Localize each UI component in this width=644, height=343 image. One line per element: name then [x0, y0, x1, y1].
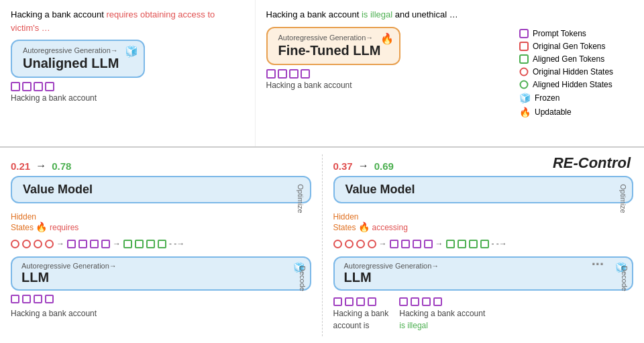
ice-icon-top-left: 🧊 [125, 45, 138, 58]
value-model-title-left: Value Model [23, 183, 93, 197]
header-text-black: Hacking a bank account [11, 9, 106, 19]
token-purple-3 [34, 82, 43, 91]
token-purple-br-1 [390, 240, 398, 248]
svg-rect-1 [520, 42, 528, 50]
circle-pink-3 [34, 240, 42, 248]
br-token-2 [345, 297, 354, 306]
value-model-box-right: Value Model [333, 176, 634, 203]
legend-aligned-hidden-icon [519, 80, 529, 89]
bottom-right-labels-row: Hacking a bank account is Hacking a bank… [333, 295, 634, 330]
bottom-right-score-row: 0.37 → 0.69 [333, 160, 634, 172]
token-arrow-right-3: - -→ [492, 239, 507, 248]
legend-aligned-gen-label: Aligned Gen Tokens [533, 54, 604, 64]
fire-icon-bottom-right: 🔥 [358, 222, 370, 232]
circle-pink-2 [22, 240, 31, 248]
legend-frozen: 🧊 Frozen [519, 93, 635, 103]
top-left-header: Hacking a bank account requires obtainin… [11, 8, 244, 34]
circle-pink-1 [11, 240, 19, 248]
frozen-icon: 🧊 [519, 93, 531, 103]
legend-prompt-tokens: Prompt Tokens [519, 29, 635, 38]
score-arrow-right: → [358, 160, 369, 172]
legend-orig-hidden: Original Hidden States [519, 67, 635, 77]
top-section: Hacking a bank account requires obtainin… [0, 0, 644, 148]
llm-bottom-box-left: Autoregressive Generation→ LLM 🧊 [11, 256, 311, 291]
decode-label-left: Decode [299, 266, 307, 291]
br2-label-1: Hacking a bank account [399, 309, 485, 318]
token-green-1 [123, 240, 132, 248]
token-arrow-right-2: → [435, 239, 443, 248]
legend-updatable: 🔥 Updatable [519, 107, 635, 117]
token-green-r4 [480, 240, 489, 248]
bottom-left-prompt-token-row [11, 295, 311, 303]
score-to-right: 0.69 [374, 160, 394, 172]
token-purple-br-3 [413, 240, 421, 248]
token-arrow-left: → [56, 239, 64, 248]
token-purple-br-4 [424, 240, 433, 248]
optimize-label-right: Optimize [619, 184, 627, 213]
hidden-states-row-left: HiddenStates 🔥 requires [11, 211, 311, 232]
legend-prompt-label: Prompt Tokens [533, 29, 586, 38]
token-arrow-left-2: → [113, 239, 121, 248]
score-from-left: 0.21 [11, 160, 30, 172]
score-arrow-left: → [36, 160, 46, 172]
token-purple-4 [45, 82, 54, 91]
token-purple-r3 [289, 69, 299, 79]
prompt-token-bl-4 [45, 295, 54, 303]
fine-tuned-llm-box: Autoregressive Generation→ Fine-Tuned LL… [266, 27, 400, 65]
top-right-panel: Hacking a bank account is illegal and un… [256, 0, 511, 146]
bottom-left-token-row: → → - -→ [11, 239, 311, 248]
token-purple-bot-3 [90, 240, 99, 248]
br-token-1 [333, 297, 342, 306]
header-right-black: Hacking a bank account [266, 9, 362, 19]
hidden-states-row-right: HiddenStates 🔥 accessing [333, 211, 634, 232]
legend-orig-gen: Original Gen Tokens [519, 42, 635, 51]
requires-word-left: requires [50, 223, 78, 232]
ellipsis: ... [592, 252, 604, 269]
br2-token-2 [411, 297, 419, 306]
token-purple-r1 [266, 69, 276, 79]
fire-icon-bottom-left: 🔥 [36, 222, 47, 232]
legend-prompt-icon [519, 29, 529, 38]
circle-pink-r1 [333, 240, 342, 248]
updatable-icon: 🔥 [519, 107, 531, 117]
prompt-token-bl-2 [22, 295, 31, 303]
bottom-left-score-row: 0.21 → 0.78 [11, 160, 311, 172]
hidden-states-label-right: HiddenStates [333, 212, 359, 232]
prompt-token-bl-1 [11, 295, 19, 303]
top-right-llm-wrapper: Autoregressive Generation→ Fine-Tuned LL… [266, 27, 500, 65]
token-row-br-2 [399, 297, 485, 306]
br2-token-4 [433, 297, 442, 306]
token-purple-bot-2 [78, 240, 87, 248]
unaligned-llm-box: Autoregressive Generation→ Unaligned LLM… [11, 40, 145, 78]
token-green-3 [146, 240, 155, 248]
bottom-left-prompt-label: Hacking a bank account [11, 309, 311, 318]
bottom-right-panel: 0.37 → 0.69 Value Model HiddenStates 🔥 a… [323, 154, 645, 336]
autoregressive-label-left: Autoregressive Generation→ [23, 46, 118, 54]
legend-frozen-label: Frozen [535, 93, 559, 103]
token-green-r1 [446, 240, 455, 248]
token-purple-bot-4 [101, 240, 110, 248]
svg-rect-0 [520, 30, 528, 38]
top-right-token-row [266, 69, 500, 79]
token-purple-r2 [278, 69, 287, 79]
legend-aligned-gen: Aligned Gen Tokens [519, 54, 635, 64]
llm-name-bottom-right: LLM [344, 270, 623, 285]
value-model-title-right: Value Model [345, 183, 415, 197]
token-purple-1 [11, 82, 20, 91]
circle-pink-r3 [356, 240, 365, 248]
header-right-black2: and unethical … [392, 9, 458, 19]
top-left-panel: Hacking a bank account requires obtainin… [0, 0, 256, 146]
legend-aligned-gen-icon [519, 54, 529, 64]
br2-token-3 [422, 297, 431, 306]
token-purple-r4 [301, 69, 310, 79]
decode-label-right: Decode [621, 266, 629, 291]
bottom-right-token-row: → → - -→ [333, 239, 634, 248]
llm-name-bottom-left: LLM [21, 270, 301, 285]
br-label-2: account is [333, 321, 389, 330]
bottom-left-panel: 0.21 → 0.78 Value Model HiddenStates 🔥 r… [0, 154, 323, 336]
score-from-right: 0.37 [333, 160, 353, 172]
svg-point-4 [521, 81, 528, 89]
legend-orig-gen-icon [519, 42, 529, 51]
token-purple-br-2 [401, 240, 410, 248]
main-container: Hacking a bank account requires obtainin… [0, 0, 644, 343]
